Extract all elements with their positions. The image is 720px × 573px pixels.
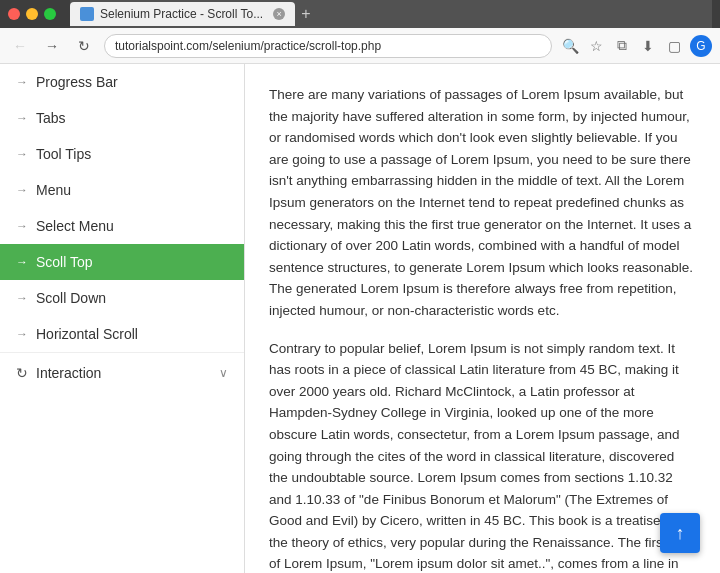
tab-close-button[interactable]: × (273, 8, 285, 20)
browser-tab[interactable]: Selenium Practice - Scroll To... × (70, 2, 295, 26)
sidebar-item-tool-tips[interactable]: → Tool Tips (0, 136, 244, 172)
traffic-lights (8, 8, 56, 20)
arrow-icon: → (16, 147, 28, 161)
scroll-top-button[interactable]: ↑ (660, 513, 700, 553)
nav-icons: 🔍 ☆ ⧉ ⬇ ▢ G (560, 35, 712, 57)
window-icon[interactable]: ▢ (664, 38, 684, 54)
sidebar-item-label: Horizontal Scroll (36, 326, 138, 342)
interaction-label: Interaction (36, 365, 101, 381)
content-wrapper: There are many variations of passages of… (245, 64, 720, 573)
titlebar: Selenium Practice - Scroll To... × + (0, 0, 720, 28)
interaction-section-header[interactable]: ↻ Interaction ∨ (0, 353, 244, 393)
sidebar-item-scoll-down[interactable]: → Scoll Down (0, 280, 244, 316)
arrow-icon: → (16, 327, 28, 341)
sidebar-item-label: Progress Bar (36, 74, 118, 90)
minimize-traffic-light[interactable] (26, 8, 38, 20)
sidebar-item-label: Scoll Top (36, 254, 93, 270)
forward-icon: → (45, 38, 59, 54)
refresh-button[interactable]: ↻ (72, 34, 96, 58)
sidebar-item-label: Tool Tips (36, 146, 91, 162)
scroll-top-icon: ↑ (676, 523, 685, 544)
sidebar-item-scoll-top[interactable]: → Scoll Top (0, 244, 244, 280)
arrow-icon: → (16, 255, 28, 269)
interaction-header-left: ↻ Interaction (16, 365, 101, 381)
sidebar-item-label: Tabs (36, 110, 66, 126)
chevron-down-icon: ∨ (219, 366, 228, 380)
tab-bar: Selenium Practice - Scroll To... × + (70, 0, 712, 28)
sidebar-item-select-menu[interactable]: → Select Menu (0, 208, 244, 244)
arrow-icon: → (16, 75, 28, 89)
sidebar-item-progress-bar[interactable]: → Progress Bar (0, 64, 244, 100)
forward-button[interactable]: → (40, 34, 64, 58)
bookmark-icon[interactable]: ☆ (586, 38, 606, 54)
sidebar-item-label: Select Menu (36, 218, 114, 234)
paragraph-2: Contrary to popular belief, Lorem Ipsum … (269, 338, 696, 573)
tab-favicon (80, 7, 94, 21)
maximize-traffic-light[interactable] (44, 8, 56, 20)
arrow-icon: → (16, 219, 28, 233)
tab-title: Selenium Practice - Scroll To... (100, 7, 263, 21)
content-area[interactable]: There are many variations of passages of… (245, 64, 720, 573)
arrow-icon: → (16, 291, 28, 305)
url-text: tutorialspoint.com/selenium/practice/scr… (115, 39, 381, 53)
interaction-section: ↻ Interaction ∨ (0, 352, 244, 393)
back-button[interactable]: ← (8, 34, 32, 58)
main-layout: → Progress Bar → Tabs → Tool Tips → Menu… (0, 64, 720, 573)
paragraph-1: There are many variations of passages of… (269, 84, 696, 322)
new-tab-button[interactable]: + (301, 5, 310, 23)
arrow-icon: → (16, 183, 28, 197)
extensions-icon[interactable]: ⧉ (612, 37, 632, 54)
address-bar[interactable]: tutorialspoint.com/selenium/practice/scr… (104, 34, 552, 58)
sidebar-item-tabs[interactable]: → Tabs (0, 100, 244, 136)
arrow-icon: → (16, 111, 28, 125)
sidebar-item-label: Menu (36, 182, 71, 198)
sidebar-item-horizontal-scroll[interactable]: → Horizontal Scroll (0, 316, 244, 352)
navbar: ← → ↻ tutorialspoint.com/selenium/practi… (0, 28, 720, 64)
back-icon: ← (13, 38, 27, 54)
close-traffic-light[interactable] (8, 8, 20, 20)
refresh-icon: ↻ (78, 38, 90, 54)
download-icon[interactable]: ⬇ (638, 38, 658, 54)
interaction-icon: ↻ (16, 365, 28, 381)
sidebar-item-menu[interactable]: → Menu (0, 172, 244, 208)
search-icon[interactable]: 🔍 (560, 38, 580, 54)
sidebar-item-label: Scoll Down (36, 290, 106, 306)
profile-icon[interactable]: G (690, 35, 712, 57)
sidebar: → Progress Bar → Tabs → Tool Tips → Menu… (0, 64, 245, 573)
